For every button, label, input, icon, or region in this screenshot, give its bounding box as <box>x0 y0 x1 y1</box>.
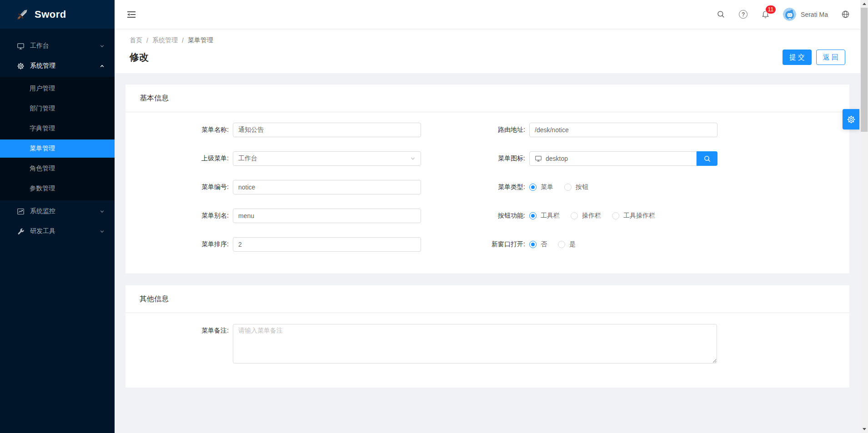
basic-info-title: 基本信息 <box>125 85 849 112</box>
sidebar-item-dict-mgmt[interactable]: 字典管理 <box>0 119 115 138</box>
radio-menu-type-menu[interactable]: 菜单 <box>529 183 553 191</box>
breadcrumb-system-mgmt[interactable]: 系统管理 <box>152 36 178 45</box>
button-func-label: 按钮功能: <box>487 212 529 220</box>
gear-icon <box>17 62 25 70</box>
sidebar: Sword 工作台 <box>0 0 115 433</box>
menu-type-radio-group: 菜单 按钮 <box>529 183 599 191</box>
scroll-down-arrow[interactable] <box>860 425 868 433</box>
field-parent-menu: 上级菜单: 工作台 <box>125 151 487 166</box>
breadcrumb-home[interactable]: 首页 <box>130 36 142 45</box>
menu-remark-label: 菜单备注: <box>125 324 233 363</box>
sidebar-item-dev-tools[interactable]: 研发工具 <box>0 222 115 240</box>
sidebar-item-workbench[interactable]: 工作台 <box>0 37 115 55</box>
radio-unchecked-icon <box>564 184 572 191</box>
basic-info-card: 基本信息 菜单名称: 上级菜单: 工作台 菜单编号: 菜单 <box>125 85 849 274</box>
field-menu-alias: 菜单别名: <box>125 209 487 223</box>
route-path-input[interactable] <box>529 123 717 137</box>
parent-menu-label: 上级菜单: <box>125 154 233 163</box>
radio-new-window-yes[interactable]: 是 <box>558 240 576 249</box>
topbar-actions: ? 11 Serati Ma <box>710 0 860 29</box>
menu-code-input[interactable] <box>233 180 421 194</box>
back-button[interactable]: 返 回 <box>816 50 845 65</box>
sidebar-item-system-mgmt[interactable]: 系统管理 <box>0 57 115 75</box>
radio-toolbar[interactable]: 工具栏 <box>529 212 560 220</box>
user-menu[interactable]: Serati Ma <box>777 8 834 21</box>
sidebar-item-role-mgmt[interactable]: 角色管理 <box>0 159 115 178</box>
avatar <box>783 8 796 21</box>
menu-name-label: 菜单名称: <box>125 126 233 134</box>
sidebar-item-label: 角色管理 <box>30 164 55 173</box>
parent-menu-value: 工作台 <box>238 154 257 163</box>
field-route-path: 路由地址: <box>487 123 849 137</box>
radio-label: 否 <box>541 240 547 249</box>
sidebar-item-label: 用户管理 <box>30 85 55 93</box>
menu-type-label: 菜单类型: <box>487 183 529 191</box>
brand-logo[interactable]: Sword <box>0 0 115 29</box>
field-menu-name: 菜单名称: <box>125 123 487 137</box>
radio-label: 工具栏 <box>541 212 560 220</box>
field-new-window: 新窗口打开: 否 是 <box>487 237 849 252</box>
system-mgmt-submenu: 用户管理 部门管理 字典管理 菜单管理 角色管理 参数管理 <box>0 77 115 200</box>
other-info-form: 菜单备注: <box>125 313 849 363</box>
sidebar-item-param-mgmt[interactable]: 参数管理 <box>0 179 115 198</box>
route-path-label: 路由地址: <box>487 126 529 134</box>
radio-checked-icon <box>529 241 537 248</box>
breadcrumb-separator: / <box>182 37 184 44</box>
radio-tool-action-bar[interactable]: 工具操作栏 <box>612 212 655 220</box>
form-column-right: 路由地址: 菜单图标: desktop <box>487 123 849 266</box>
chevron-down-icon <box>100 209 105 214</box>
breadcrumb-separator: / <box>146 37 148 44</box>
page-actions: 提 交 返 回 <box>783 50 845 65</box>
notifications-button[interactable]: 11 <box>754 0 777 29</box>
scroll-up-arrow[interactable] <box>860 0 868 8</box>
radio-new-window-no[interactable]: 否 <box>529 240 547 249</box>
radio-label: 菜单 <box>541 183 553 191</box>
field-menu-sort: 菜单排序: <box>125 237 487 252</box>
sidebar-item-label: 工作台 <box>30 42 49 50</box>
notification-badge: 11 <box>766 5 776 14</box>
menu-alias-label: 菜单别名: <box>125 212 233 220</box>
menu-name-input[interactable] <box>233 123 421 137</box>
field-menu-code: 菜单编号: <box>125 180 487 194</box>
parent-menu-select[interactable]: 工作台 <box>233 151 421 166</box>
username: Serati Ma <box>801 11 828 18</box>
field-menu-icon: 菜单图标: desktop <box>487 151 849 166</box>
sidebar-item-label: 系统管理 <box>30 62 55 70</box>
menu-sort-input[interactable] <box>233 237 421 252</box>
chevron-up-icon <box>100 64 105 69</box>
radio-menu-type-button[interactable]: 按钮 <box>564 183 588 191</box>
sidebar-item-dept-mgmt[interactable]: 部门管理 <box>0 100 115 118</box>
search-icon[interactable] <box>710 0 732 29</box>
tool-icon <box>17 228 25 235</box>
radio-label: 工具操作栏 <box>623 212 655 220</box>
radio-action-bar[interactable]: 操作栏 <box>571 212 601 220</box>
gear-icon <box>847 115 856 124</box>
sidebar-item-menu-mgmt[interactable]: 菜单管理 <box>0 139 115 158</box>
sidebar-item-user-mgmt[interactable]: 用户管理 <box>0 80 115 98</box>
radio-unchecked-icon <box>571 212 578 219</box>
menu-fold-icon[interactable] <box>115 0 148 29</box>
radio-unchecked-icon <box>558 241 565 248</box>
icon-search-button[interactable] <box>697 151 717 166</box>
radio-label: 操作栏 <box>582 212 601 220</box>
menu-code-label: 菜单编号: <box>125 183 233 191</box>
help-icon[interactable]: ? <box>732 0 754 29</box>
page-title: 修改 <box>130 51 149 64</box>
menu-alias-input[interactable] <box>233 209 421 223</box>
new-window-radio-group: 否 是 <box>529 240 587 249</box>
breadcrumb: 首页 / 系统管理 / 菜单管理 <box>130 36 845 45</box>
vertical-scrollbar[interactable] <box>860 0 868 433</box>
scrollbar-thumb[interactable] <box>861 8 868 132</box>
sidebar-item-label: 字典管理 <box>30 124 55 133</box>
sidebar-item-system-monitor[interactable]: 系统监控 <box>0 202 115 220</box>
field-button-func: 按钮功能: 工具栏 操作栏 工具操作栏 <box>487 209 849 223</box>
theme-settings-button[interactable] <box>843 109 859 129</box>
menu-remark-textarea[interactable] <box>233 324 717 363</box>
sword-logo-icon <box>15 8 29 21</box>
menu-icon-input[interactable]: desktop <box>529 151 697 166</box>
radio-label: 按钮 <box>576 183 588 191</box>
submit-button[interactable]: 提 交 <box>783 50 812 65</box>
globe-icon[interactable] <box>834 0 857 29</box>
page-header: 首页 / 系统管理 / 菜单管理 修改 提 交 返 回 <box>115 29 860 73</box>
field-menu-type: 菜单类型: 菜单 按钮 <box>487 180 849 194</box>
